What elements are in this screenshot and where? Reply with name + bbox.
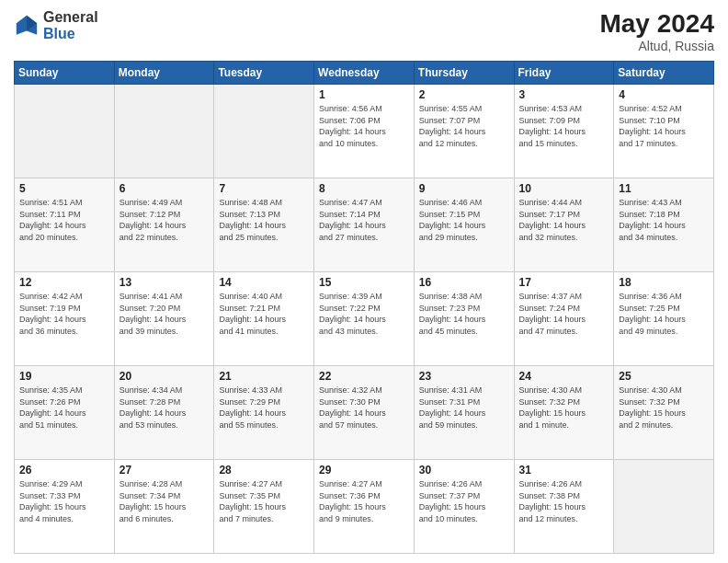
day-number: 12: [19, 276, 109, 289]
day-info: Sunrise: 4:39 AM Sunset: 7:22 PM Dayligh…: [319, 291, 409, 337]
day-info: Sunrise: 4:48 AM Sunset: 7:13 PM Dayligh…: [219, 197, 309, 243]
day-number: 11: [619, 182, 709, 195]
page: General Blue May 2024 Altud, Russia Sund…: [0, 0, 728, 563]
table-row: 14Sunrise: 4:40 AM Sunset: 7:21 PM Dayli…: [214, 272, 314, 366]
col-friday: Friday: [514, 62, 614, 85]
day-info: Sunrise: 4:46 AM Sunset: 7:15 PM Dayligh…: [419, 197, 509, 243]
table-row: 20Sunrise: 4:34 AM Sunset: 7:28 PM Dayli…: [114, 366, 214, 460]
table-row: [214, 85, 314, 178]
day-info: Sunrise: 4:26 AM Sunset: 7:37 PM Dayligh…: [419, 478, 509, 524]
day-info: Sunrise: 4:56 AM Sunset: 7:06 PM Dayligh…: [319, 103, 409, 149]
day-info: Sunrise: 4:38 AM Sunset: 7:23 PM Dayligh…: [419, 291, 509, 337]
day-info: Sunrise: 4:51 AM Sunset: 7:11 PM Dayligh…: [19, 197, 109, 243]
table-row: 19Sunrise: 4:35 AM Sunset: 7:26 PM Dayli…: [15, 366, 115, 460]
day-number: 15: [319, 276, 409, 289]
day-info: Sunrise: 4:52 AM Sunset: 7:10 PM Dayligh…: [619, 103, 709, 149]
day-number: 9: [419, 182, 509, 195]
month-year: May 2024: [599, 9, 714, 39]
day-number: 4: [619, 88, 709, 101]
day-info: Sunrise: 4:30 AM Sunset: 7:32 PM Dayligh…: [619, 385, 709, 431]
day-number: 5: [19, 182, 109, 195]
day-number: 27: [119, 464, 210, 477]
table-row: 28Sunrise: 4:27 AM Sunset: 7:35 PM Dayli…: [214, 460, 314, 554]
table-row: 29Sunrise: 4:27 AM Sunset: 7:36 PM Dayli…: [314, 460, 415, 554]
day-info: Sunrise: 4:27 AM Sunset: 7:35 PM Dayligh…: [219, 478, 309, 524]
table-row: 11Sunrise: 4:43 AM Sunset: 7:18 PM Dayli…: [614, 178, 714, 272]
calendar-week-row: 1Sunrise: 4:56 AM Sunset: 7:06 PM Daylig…: [15, 85, 714, 178]
table-row: 13Sunrise: 4:41 AM Sunset: 7:20 PM Dayli…: [114, 272, 214, 366]
calendar-week-row: 26Sunrise: 4:29 AM Sunset: 7:33 PM Dayli…: [15, 460, 714, 554]
table-row: 1Sunrise: 4:56 AM Sunset: 7:06 PM Daylig…: [314, 85, 415, 178]
day-info: Sunrise: 4:27 AM Sunset: 7:36 PM Dayligh…: [319, 478, 409, 524]
table-row: 30Sunrise: 4:26 AM Sunset: 7:37 PM Dayli…: [414, 460, 514, 554]
table-row: 2Sunrise: 4:55 AM Sunset: 7:07 PM Daylig…: [414, 85, 514, 178]
day-number: 14: [219, 276, 309, 289]
day-number: 13: [119, 276, 210, 289]
day-number: 16: [419, 276, 509, 289]
table-row: 15Sunrise: 4:39 AM Sunset: 7:22 PM Dayli…: [314, 272, 415, 366]
day-info: Sunrise: 4:43 AM Sunset: 7:18 PM Dayligh…: [619, 197, 709, 243]
header: General Blue May 2024 Altud, Russia: [14, 9, 714, 53]
day-number: 8: [319, 182, 409, 195]
calendar-header-row: Sunday Monday Tuesday Wednesday Thursday…: [15, 62, 714, 85]
day-info: Sunrise: 4:40 AM Sunset: 7:21 PM Dayligh…: [219, 291, 309, 337]
day-info: Sunrise: 4:34 AM Sunset: 7:28 PM Dayligh…: [119, 385, 210, 431]
col-sunday: Sunday: [15, 62, 115, 85]
table-row: 8Sunrise: 4:47 AM Sunset: 7:14 PM Daylig…: [314, 178, 415, 272]
day-info: Sunrise: 4:49 AM Sunset: 7:12 PM Dayligh…: [119, 197, 210, 243]
table-row: 9Sunrise: 4:46 AM Sunset: 7:15 PM Daylig…: [414, 178, 514, 272]
day-info: Sunrise: 4:33 AM Sunset: 7:29 PM Dayligh…: [219, 385, 309, 431]
day-number: 17: [519, 276, 609, 289]
logo-icon: [14, 13, 40, 39]
col-wednesday: Wednesday: [314, 62, 415, 85]
table-row: 3Sunrise: 4:53 AM Sunset: 7:09 PM Daylig…: [514, 85, 614, 178]
title-block: May 2024 Altud, Russia: [599, 9, 714, 53]
day-info: Sunrise: 4:31 AM Sunset: 7:31 PM Dayligh…: [419, 385, 509, 431]
day-number: 1: [319, 88, 409, 101]
day-number: 29: [319, 464, 409, 477]
day-info: Sunrise: 4:47 AM Sunset: 7:14 PM Dayligh…: [319, 197, 409, 243]
table-row: 24Sunrise: 4:30 AM Sunset: 7:32 PM Dayli…: [514, 366, 614, 460]
table-row: 16Sunrise: 4:38 AM Sunset: 7:23 PM Dayli…: [414, 272, 514, 366]
day-info: Sunrise: 4:30 AM Sunset: 7:32 PM Dayligh…: [519, 385, 609, 431]
table-row: [114, 85, 214, 178]
location: Altud, Russia: [599, 39, 714, 53]
table-row: 22Sunrise: 4:32 AM Sunset: 7:30 PM Dayli…: [314, 366, 415, 460]
day-info: Sunrise: 4:37 AM Sunset: 7:24 PM Dayligh…: [519, 291, 609, 337]
table-row: 10Sunrise: 4:44 AM Sunset: 7:17 PM Dayli…: [514, 178, 614, 272]
table-row: [614, 460, 714, 554]
day-number: 10: [519, 182, 609, 195]
day-number: 25: [619, 370, 709, 383]
day-number: 23: [419, 370, 509, 383]
day-number: 19: [19, 370, 109, 383]
table-row: 21Sunrise: 4:33 AM Sunset: 7:29 PM Dayli…: [214, 366, 314, 460]
day-info: Sunrise: 4:41 AM Sunset: 7:20 PM Dayligh…: [119, 291, 210, 337]
day-number: 7: [219, 182, 309, 195]
table-row: 26Sunrise: 4:29 AM Sunset: 7:33 PM Dayli…: [15, 460, 115, 554]
day-number: 6: [119, 182, 210, 195]
table-row: 4Sunrise: 4:52 AM Sunset: 7:10 PM Daylig…: [614, 85, 714, 178]
table-row: 23Sunrise: 4:31 AM Sunset: 7:31 PM Dayli…: [414, 366, 514, 460]
table-row: 7Sunrise: 4:48 AM Sunset: 7:13 PM Daylig…: [214, 178, 314, 272]
calendar-week-row: 5Sunrise: 4:51 AM Sunset: 7:11 PM Daylig…: [15, 178, 714, 272]
day-info: Sunrise: 4:29 AM Sunset: 7:33 PM Dayligh…: [19, 478, 109, 524]
day-number: 21: [219, 370, 309, 383]
day-number: 26: [19, 464, 109, 477]
table-row: 27Sunrise: 4:28 AM Sunset: 7:34 PM Dayli…: [114, 460, 214, 554]
table-row: 31Sunrise: 4:26 AM Sunset: 7:38 PM Dayli…: [514, 460, 614, 554]
day-info: Sunrise: 4:55 AM Sunset: 7:07 PM Dayligh…: [419, 103, 509, 149]
calendar-week-row: 19Sunrise: 4:35 AM Sunset: 7:26 PM Dayli…: [15, 366, 714, 460]
day-number: 28: [219, 464, 309, 477]
table-row: [15, 85, 115, 178]
day-number: 24: [519, 370, 609, 383]
day-number: 31: [519, 464, 609, 477]
calendar: Sunday Monday Tuesday Wednesday Thursday…: [14, 61, 714, 554]
day-number: 22: [319, 370, 409, 383]
col-thursday: Thursday: [414, 62, 514, 85]
day-number: 18: [619, 276, 709, 289]
calendar-week-row: 12Sunrise: 4:42 AM Sunset: 7:19 PM Dayli…: [15, 272, 714, 366]
day-info: Sunrise: 4:32 AM Sunset: 7:30 PM Dayligh…: [319, 385, 409, 431]
day-info: Sunrise: 4:26 AM Sunset: 7:38 PM Dayligh…: [519, 478, 609, 524]
day-number: 30: [419, 464, 509, 477]
col-monday: Monday: [114, 62, 214, 85]
